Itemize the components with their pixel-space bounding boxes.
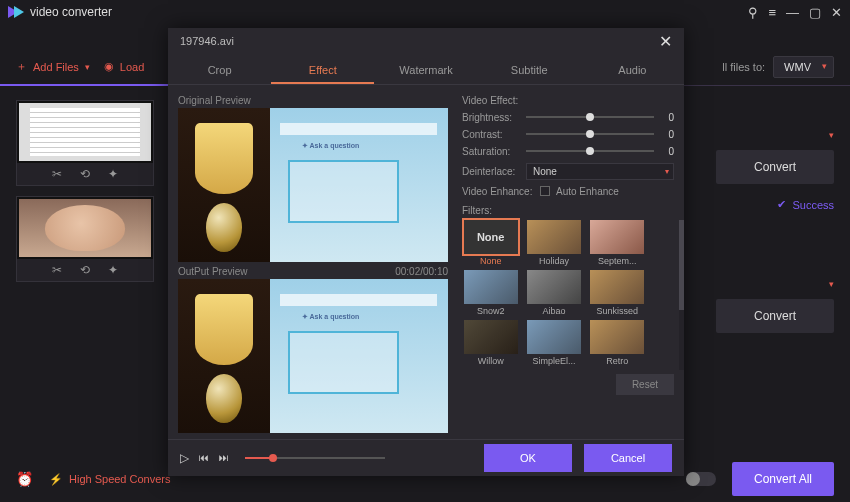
item-format-select[interactable]: ▾: [829, 130, 834, 140]
load-dvd-label: Load: [120, 61, 144, 73]
filter-willow[interactable]: Willow: [462, 320, 519, 366]
minimize-icon[interactable]: ―: [786, 5, 799, 20]
chevron-down-icon: ▾: [822, 61, 827, 71]
convert-all-button[interactable]: Convert All: [732, 462, 834, 496]
crop-icon[interactable]: ⟲: [80, 167, 90, 181]
preview-column: Original Preview ✦ Ask a question OutPut…: [168, 85, 458, 439]
output-format-select[interactable]: WMV ▾: [773, 56, 834, 78]
modal-body: Original Preview ✦ Ask a question OutPut…: [168, 85, 684, 439]
modal-footer: ▷ ⏮ ⏭ OK Cancel: [168, 439, 684, 476]
file-card[interactable]: ✂ ⟲ ✦: [16, 100, 154, 186]
enhance-row: Video Enhance: Auto Enhance: [462, 186, 674, 197]
filter-aibao[interactable]: Aibao: [525, 270, 582, 316]
filter-september[interactable]: Septem...: [589, 220, 646, 266]
cut-icon[interactable]: ✂: [52, 167, 62, 181]
filter-scrollbar[interactable]: [679, 220, 684, 370]
contrast-value: 0: [660, 129, 674, 140]
saturation-value: 0: [660, 146, 674, 157]
file-tools: ✂ ⟲ ✦: [17, 163, 153, 185]
merge-toggle[interactable]: [686, 472, 716, 486]
effect-icon[interactable]: ✦: [108, 167, 118, 181]
deinterlace-value: None: [533, 166, 557, 177]
prev-icon[interactable]: ⏮: [199, 452, 209, 463]
auto-enhance-label: Auto Enhance: [556, 186, 619, 197]
timeline[interactable]: [245, 457, 385, 459]
add-files-label: Add Files: [33, 61, 79, 73]
filter-none[interactable]: None None: [462, 220, 519, 266]
next-icon[interactable]: ⏭: [219, 452, 229, 463]
svg-marker-1: [14, 6, 24, 18]
contrast-label: Contrast:: [462, 129, 520, 140]
window-controls: ⚲ ≡ ― ▢ ✕: [748, 5, 842, 20]
editor-modal: 197946.avi ✕ Crop Effect Watermark Subti…: [168, 28, 684, 476]
filter-snow2[interactable]: Snow2: [462, 270, 519, 316]
filter-holiday[interactable]: Holiday: [525, 220, 582, 266]
check-icon: ✔: [777, 198, 786, 211]
effect-icon[interactable]: ✦: [108, 263, 118, 277]
contrast-row: Contrast: 0: [462, 129, 674, 140]
brightness-value: 0: [660, 112, 674, 123]
tab-watermark[interactable]: Watermark: [374, 55, 477, 84]
modal-filename: 197946.avi: [180, 35, 234, 47]
output-format-value: WMV: [784, 61, 811, 73]
convert-all-to-label: ll files to:: [722, 61, 765, 73]
deinterlace-row: Deinterlace: None ▾: [462, 163, 674, 180]
user-icon[interactable]: ⚲: [748, 5, 758, 20]
file-tools: ✂ ⟲ ✦: [17, 259, 153, 281]
filter-sunkissed[interactable]: Sunkissed: [589, 270, 646, 316]
convert-button[interactable]: Convert: [716, 299, 834, 333]
convert-block: ▾ Convert: [694, 279, 834, 333]
modal-tabs: Crop Effect Watermark Subtitle Audio: [168, 55, 684, 85]
auto-enhance-checkbox[interactable]: [540, 186, 550, 196]
high-speed-label: High Speed Convers: [69, 473, 171, 485]
close-window-icon[interactable]: ✕: [831, 5, 842, 20]
crop-icon[interactable]: ⟲: [80, 263, 90, 277]
saturation-row: Saturation: 0: [462, 146, 674, 157]
output-preview-label: OutPut Preview 00:02/00:10: [178, 262, 448, 279]
alarm-icon[interactable]: ⏰: [16, 471, 33, 487]
deinterlace-label: Deinterlace:: [462, 166, 520, 177]
modal-header: 197946.avi ✕: [168, 28, 684, 55]
convert-button[interactable]: Convert: [716, 150, 834, 184]
disc-icon: ◉: [104, 60, 114, 73]
brightness-label: Brightness:: [462, 112, 520, 123]
contrast-slider[interactable]: [526, 133, 654, 135]
item-format-select[interactable]: ▾: [829, 279, 834, 289]
add-files-button[interactable]: ＋ Add Files ▾: [16, 59, 90, 74]
deinterlace-select[interactable]: None ▾: [526, 163, 674, 180]
load-dvd-button[interactable]: ◉ Load: [104, 60, 144, 73]
ok-button[interactable]: OK: [484, 444, 572, 472]
chevron-down-icon: ▾: [85, 62, 90, 72]
brightness-slider[interactable]: [526, 116, 654, 118]
saturation-label: Saturation:: [462, 146, 520, 157]
convert-all-to: ll files to: WMV ▾: [722, 56, 834, 78]
brightness-row: Brightness: 0: [462, 112, 674, 123]
high-speed-toggle-label: ⚡ High Speed Convers: [49, 473, 171, 486]
tab-effect[interactable]: Effect: [271, 55, 374, 84]
status-success: ✔ Success: [716, 194, 834, 211]
filter-simpleelegance[interactable]: SimpleEl...: [525, 320, 582, 366]
tab-audio[interactable]: Audio: [581, 55, 684, 84]
menu-icon[interactable]: ≡: [768, 5, 776, 20]
convert-block: ▾ Convert ✔ Success: [694, 130, 834, 211]
close-icon[interactable]: ✕: [659, 32, 672, 51]
video-effect-title: Video Effect:: [462, 95, 674, 106]
success-label: Success: [792, 199, 834, 211]
cut-icon[interactable]: ✂: [52, 263, 62, 277]
play-icon[interactable]: ▷: [180, 451, 189, 465]
file-card[interactable]: ✂ ⟲ ✦: [16, 196, 154, 282]
reset-button[interactable]: Reset: [616, 374, 674, 395]
tab-subtitle[interactable]: Subtitle: [478, 55, 581, 84]
tab-crop[interactable]: Crop: [168, 55, 271, 84]
filter-retro[interactable]: Retro: [589, 320, 646, 366]
file-list: ✂ ⟲ ✦ ✂ ⟲ ✦: [16, 100, 154, 282]
file-thumbnail: [17, 197, 153, 259]
cancel-button[interactable]: Cancel: [584, 444, 672, 472]
enhance-label: Video Enhance:: [462, 186, 534, 197]
app-name: video converter: [30, 5, 112, 19]
saturation-slider[interactable]: [526, 150, 654, 152]
convert-panel: ▾ Convert ✔ Success ▾ Convert: [694, 130, 834, 333]
logo-icon: [8, 6, 24, 18]
bolt-icon: ⚡: [49, 473, 63, 486]
maximize-icon[interactable]: ▢: [809, 5, 821, 20]
